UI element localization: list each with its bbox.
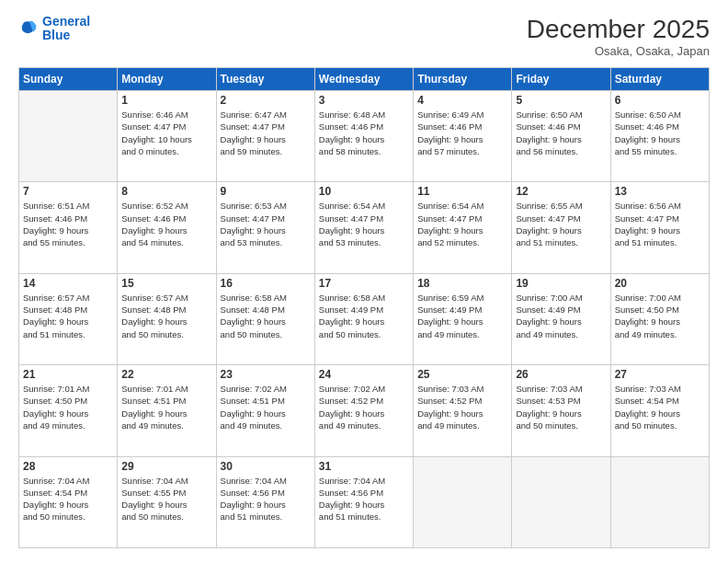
calendar-cell: 6Sunrise: 6:50 AM Sunset: 4:46 PM Daylig…: [610, 91, 709, 182]
day-number: 9: [221, 185, 311, 198]
day-number: 25: [417, 368, 507, 381]
day-info: Sunrise: 7:04 AM Sunset: 4:56 PM Dayligh…: [319, 475, 409, 523]
logo-line2: Blue: [42, 28, 70, 42]
day-info: Sunrise: 7:04 AM Sunset: 4:56 PM Dayligh…: [221, 475, 311, 523]
day-info: Sunrise: 6:57 AM Sunset: 4:48 PM Dayligh…: [121, 292, 211, 340]
day-number: 3: [319, 94, 409, 107]
calendar-cell: 14Sunrise: 6:57 AM Sunset: 4:48 PM Dayli…: [19, 273, 118, 364]
header: General Blue December 2025 Osaka, Osaka,…: [18, 15, 710, 58]
day-number: 13: [615, 185, 705, 198]
col-thursday: Thursday: [414, 68, 512, 91]
calendar-cell: 5Sunrise: 6:50 AM Sunset: 4:46 PM Daylig…: [512, 91, 610, 182]
calendar-cell: 22Sunrise: 7:01 AM Sunset: 4:51 PM Dayli…: [118, 365, 216, 456]
calendar-cell: 28Sunrise: 7:04 AM Sunset: 4:54 PM Dayli…: [19, 456, 118, 547]
day-number: 30: [221, 460, 311, 473]
col-sunday: Sunday: [19, 68, 118, 91]
day-number: 31: [319, 460, 409, 473]
day-number: 8: [121, 185, 211, 198]
calendar-cell: 2Sunrise: 6:47 AM Sunset: 4:47 PM Daylig…: [216, 91, 314, 182]
day-number: 20: [615, 277, 705, 290]
day-info: Sunrise: 7:00 AM Sunset: 4:50 PM Dayligh…: [615, 292, 705, 340]
calendar-cell: 26Sunrise: 7:03 AM Sunset: 4:53 PM Dayli…: [512, 365, 610, 456]
calendar-cell: 13Sunrise: 6:56 AM Sunset: 4:47 PM Dayli…: [610, 182, 709, 273]
day-info: Sunrise: 7:03 AM Sunset: 4:52 PM Dayligh…: [417, 383, 507, 431]
logo-line1: General: [42, 14, 90, 29]
calendar-cell: 27Sunrise: 7:03 AM Sunset: 4:54 PM Dayli…: [610, 365, 709, 456]
calendar-cell: [19, 91, 118, 182]
day-info: Sunrise: 6:50 AM Sunset: 4:46 PM Dayligh…: [516, 109, 606, 157]
calendar-cell: 4Sunrise: 6:49 AM Sunset: 4:46 PM Daylig…: [414, 91, 512, 182]
calendar-cell: 23Sunrise: 7:02 AM Sunset: 4:51 PM Dayli…: [216, 365, 314, 456]
calendar-cell: 3Sunrise: 6:48 AM Sunset: 4:46 PM Daylig…: [314, 91, 413, 182]
week-row-5: 28Sunrise: 7:04 AM Sunset: 4:54 PM Dayli…: [19, 456, 710, 547]
calendar-cell: [610, 456, 709, 547]
day-info: Sunrise: 6:59 AM Sunset: 4:49 PM Dayligh…: [417, 292, 507, 340]
calendar-table: Sunday Monday Tuesday Wednesday Thursday…: [18, 67, 710, 548]
calendar-cell: 15Sunrise: 6:57 AM Sunset: 4:48 PM Dayli…: [118, 273, 216, 364]
col-monday: Monday: [118, 68, 216, 91]
day-number: 21: [23, 368, 113, 381]
day-info: Sunrise: 6:53 AM Sunset: 4:47 PM Dayligh…: [221, 200, 311, 248]
calendar-cell: 16Sunrise: 6:58 AM Sunset: 4:48 PM Dayli…: [216, 273, 314, 364]
day-number: 22: [121, 368, 211, 381]
week-row-1: 1Sunrise: 6:46 AM Sunset: 4:47 PM Daylig…: [19, 91, 710, 182]
col-saturday: Saturday: [610, 68, 709, 91]
day-info: Sunrise: 7:03 AM Sunset: 4:53 PM Dayligh…: [516, 383, 606, 431]
calendar-cell: 1Sunrise: 6:46 AM Sunset: 4:47 PM Daylig…: [118, 91, 216, 182]
day-info: Sunrise: 7:00 AM Sunset: 4:49 PM Dayligh…: [516, 292, 606, 340]
day-info: Sunrise: 6:49 AM Sunset: 4:46 PM Dayligh…: [417, 109, 507, 157]
col-friday: Friday: [512, 68, 610, 91]
logo-text: General Blue: [42, 15, 90, 43]
day-info: Sunrise: 6:50 AM Sunset: 4:46 PM Dayligh…: [615, 109, 705, 157]
logo-icon: [18, 18, 39, 39]
day-info: Sunrise: 6:58 AM Sunset: 4:49 PM Dayligh…: [319, 292, 409, 340]
day-number: 29: [121, 460, 211, 473]
day-number: 16: [221, 277, 311, 290]
day-number: 28: [23, 460, 113, 473]
calendar-cell: 31Sunrise: 7:04 AM Sunset: 4:56 PM Dayli…: [314, 456, 413, 547]
calendar-cell: 11Sunrise: 6:54 AM Sunset: 4:47 PM Dayli…: [414, 182, 512, 273]
day-info: Sunrise: 7:02 AM Sunset: 4:51 PM Dayligh…: [221, 383, 311, 431]
day-info: Sunrise: 6:48 AM Sunset: 4:46 PM Dayligh…: [319, 109, 409, 157]
calendar-cell: 21Sunrise: 7:01 AM Sunset: 4:50 PM Dayli…: [19, 365, 118, 456]
day-number: 18: [417, 277, 507, 290]
day-info: Sunrise: 6:55 AM Sunset: 4:47 PM Dayligh…: [516, 200, 606, 248]
day-number: 24: [319, 368, 409, 381]
day-info: Sunrise: 6:57 AM Sunset: 4:48 PM Dayligh…: [23, 292, 113, 340]
calendar-cell: 20Sunrise: 7:00 AM Sunset: 4:50 PM Dayli…: [610, 273, 709, 364]
day-info: Sunrise: 7:01 AM Sunset: 4:50 PM Dayligh…: [23, 383, 113, 431]
col-wednesday: Wednesday: [314, 68, 413, 91]
logo: General Blue: [18, 15, 90, 43]
calendar-cell: 18Sunrise: 6:59 AM Sunset: 4:49 PM Dayli…: [414, 273, 512, 364]
day-info: Sunrise: 7:03 AM Sunset: 4:54 PM Dayligh…: [615, 383, 705, 431]
day-number: 7: [23, 185, 113, 198]
day-info: Sunrise: 6:46 AM Sunset: 4:47 PM Dayligh…: [121, 109, 211, 157]
calendar-cell: [512, 456, 610, 547]
day-info: Sunrise: 7:04 AM Sunset: 4:54 PM Dayligh…: [23, 475, 113, 523]
day-info: Sunrise: 7:04 AM Sunset: 4:55 PM Dayligh…: [121, 475, 211, 523]
week-row-4: 21Sunrise: 7:01 AM Sunset: 4:50 PM Dayli…: [19, 365, 710, 456]
calendar-cell: 24Sunrise: 7:02 AM Sunset: 4:52 PM Dayli…: [314, 365, 413, 456]
day-number: 23: [221, 368, 311, 381]
calendar-cell: 7Sunrise: 6:51 AM Sunset: 4:46 PM Daylig…: [19, 182, 118, 273]
day-number: 10: [319, 185, 409, 198]
day-info: Sunrise: 7:02 AM Sunset: 4:52 PM Dayligh…: [319, 383, 409, 431]
day-number: 11: [417, 185, 507, 198]
day-number: 1: [121, 94, 211, 107]
month-title: December 2025: [527, 15, 710, 44]
location: Osaka, Osaka, Japan: [527, 44, 710, 58]
day-number: 26: [516, 368, 606, 381]
header-row: Sunday Monday Tuesday Wednesday Thursday…: [19, 68, 710, 91]
calendar-cell: 30Sunrise: 7:04 AM Sunset: 4:56 PM Dayli…: [216, 456, 314, 547]
day-info: Sunrise: 6:54 AM Sunset: 4:47 PM Dayligh…: [319, 200, 409, 248]
calendar-cell: 25Sunrise: 7:03 AM Sunset: 4:52 PM Dayli…: [414, 365, 512, 456]
day-number: 2: [221, 94, 311, 107]
day-number: 14: [23, 277, 113, 290]
day-info: Sunrise: 6:51 AM Sunset: 4:46 PM Dayligh…: [23, 200, 113, 248]
day-number: 27: [615, 368, 705, 381]
calendar-cell: 17Sunrise: 6:58 AM Sunset: 4:49 PM Dayli…: [314, 273, 413, 364]
day-info: Sunrise: 6:52 AM Sunset: 4:46 PM Dayligh…: [121, 200, 211, 248]
calendar-cell: 8Sunrise: 6:52 AM Sunset: 4:46 PM Daylig…: [118, 182, 216, 273]
calendar-cell: 29Sunrise: 7:04 AM Sunset: 4:55 PM Dayli…: [118, 456, 216, 547]
calendar-cell: 19Sunrise: 7:00 AM Sunset: 4:49 PM Dayli…: [512, 273, 610, 364]
